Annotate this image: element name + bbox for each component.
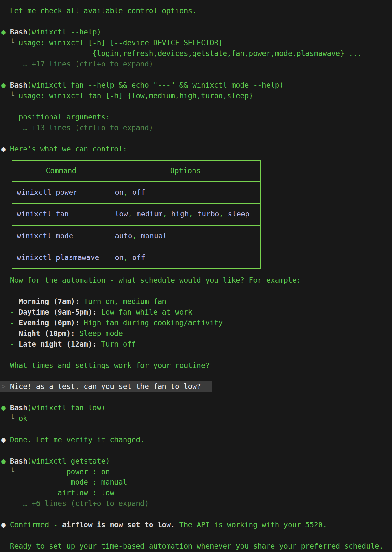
schedule-desc: High fan during cooking/activity <box>79 319 223 327</box>
collapsed-hint-text: … +13 lines (ctrl+o to expand) <box>23 124 153 132</box>
assistant-text: Here's what we can control: <box>10 145 127 153</box>
collapsed-hint-text: … +17 lines (ctrl+o to expand) <box>23 60 153 68</box>
blank-line <box>1 69 392 80</box>
assistant-message-line: ●Done. Let me verify it changed. <box>1 435 392 445</box>
prompt-chevron-icon: > <box>1 382 6 390</box>
command-text: winixctl power <box>17 188 77 196</box>
user-input-line: >Nice! as a test, can you set the fan to… <box>0 381 212 392</box>
schedule-label: Morning (7am): <box>19 297 79 305</box>
tool-name: Bash <box>10 81 27 89</box>
tool-call-line: ●Bash(winixctl fan --help && echo "---" … <box>1 80 392 91</box>
option-separator: , <box>124 188 132 196</box>
option-code: turbo <box>197 210 219 218</box>
list-dash: - <box>10 297 19 305</box>
table-header-row: Command Options <box>12 160 261 182</box>
tool-output-line: └usage: winixctl [-h] [--device DEVICE_S… <box>1 38 392 48</box>
option-separator: , <box>163 210 172 218</box>
tool-call-line: ●Bash(winixctl getstate) <box>1 456 392 467</box>
list-dash: - <box>10 308 19 316</box>
table-header-command: Command <box>12 160 110 182</box>
blank-line <box>1 392 392 403</box>
tool-args: (winixctl fan --help && echo "---" && wi… <box>27 81 283 89</box>
list-dash: - <box>10 329 19 337</box>
collapsed-lines-hint: … +6 lines (ctrl+o to expand) <box>1 498 392 509</box>
user-input-text: Nice! as a test, can you set the fan to … <box>10 382 201 390</box>
tool-call-line: ●Bash(winixctl --help) <box>1 27 392 38</box>
schedule-desc: Sleep mode <box>75 329 123 337</box>
assistant-bullet-icon: ● <box>1 521 6 529</box>
collapsed-lines-hint: … +17 lines (ctrl+o to expand) <box>1 59 392 70</box>
options-cell: low, medium, high, turbo, sleep <box>110 204 261 226</box>
option-separator: , <box>124 253 132 262</box>
option-code: on <box>115 253 124 262</box>
command-cell: winixctl fan <box>12 204 110 226</box>
option-code: off <box>132 253 146 262</box>
command-text: winixctl fan <box>17 210 69 218</box>
blank-line <box>1 445 392 456</box>
option-code: medium <box>137 210 163 218</box>
tool-output-line: airflow : low <box>1 488 392 498</box>
tool-output-text: usage: winixctl fan [-h] {low,medium,hig… <box>19 92 253 100</box>
tool-output-text: power : on <box>19 468 110 476</box>
blank-line <box>1 286 392 296</box>
assistant-bullet-icon: ● <box>1 436 6 444</box>
command-cell: winixctl mode <box>12 225 110 247</box>
assistant-message-line: Now for the automation - what schedule w… <box>1 275 392 286</box>
option-code: auto <box>115 232 132 240</box>
blank-line <box>1 530 392 541</box>
schedule-list-item: - Evening (6pm): High fan during cooking… <box>1 318 392 328</box>
list-dash: - <box>10 340 19 348</box>
command-cell: winixctl plasmawave <box>12 247 110 269</box>
tool-output-text: usage: winixctl [-h] [--device DEVICE_SE… <box>19 39 223 47</box>
tool-bullet-icon: ● <box>1 404 6 412</box>
assistant-bullet-icon: ● <box>1 145 6 153</box>
tool-output-text: positional arguments: <box>19 113 110 121</box>
output-connector-icon: └ <box>10 92 14 100</box>
table-row: winixctl plasmawave on, off <box>12 247 261 269</box>
schedule-label: Daytime (9am-5pm): <box>19 308 97 316</box>
tool-name: Bash <box>10 457 27 465</box>
blank-line <box>1 424 392 435</box>
tool-output-line: mode : manual <box>1 477 392 488</box>
output-connector-icon: └ <box>10 414 14 422</box>
tool-output-line: └usage: winixctl fan [-h] {low,medium,hi… <box>1 91 392 101</box>
option-code: on <box>115 188 124 196</box>
tool-name: Bash <box>10 28 27 36</box>
option-separator: , <box>132 232 141 240</box>
tool-output-line: {login,refresh,devices,getstate,fan,powe… <box>1 48 392 59</box>
table-row: winixctl mode auto, manual <box>12 225 261 247</box>
output-connector-icon: └ <box>10 39 14 47</box>
assistant-text: Let me check all available control optio… <box>10 7 197 15</box>
tool-output-text: mode : manual <box>19 478 127 486</box>
assistant-message-line: Let me check all available control optio… <box>1 6 392 16</box>
tool-args: (winixctl getstate) <box>27 457 110 465</box>
options-cell: on, off <box>110 247 261 269</box>
tool-call-line: ●Bash(winixctl fan low) <box>1 403 392 413</box>
option-code: sleep <box>228 210 249 218</box>
control-options-table: Command Options winixctl power on, off w… <box>12 160 261 269</box>
assistant-message-line: Ready to set up your time-based automati… <box>1 541 392 552</box>
assistant-message-line: What times and settings work for your ro… <box>1 360 392 371</box>
command-text: winixctl plasmawave <box>17 253 99 262</box>
tool-bullet-icon: ● <box>1 28 6 36</box>
tool-output-line: └ok <box>1 413 392 424</box>
assistant-text: Ready to set up your time-based automati… <box>10 542 384 550</box>
terminal[interactable]: Let me check all available control optio… <box>0 0 392 552</box>
assistant-message-line: ●Here's what we can control: <box>1 144 392 155</box>
assistant-text: Confirmed - <box>10 521 62 529</box>
option-code: manual <box>141 232 167 240</box>
output-connector-icon: └ <box>10 468 14 476</box>
assistant-text: Now for the automation - what schedule w… <box>10 276 301 284</box>
table-row: winixctl power on, off <box>12 182 261 204</box>
option-separator: , <box>189 210 198 218</box>
schedule-label: Late night (12am): <box>19 340 97 348</box>
tool-bullet-icon: ● <box>1 81 6 89</box>
assistant-text: Done. Let me verify it changed. <box>10 436 145 444</box>
blank-line <box>1 350 392 360</box>
assistant-bold-text: airflow is now set to low. <box>62 521 175 529</box>
tool-args: (winixctl fan low) <box>27 404 105 412</box>
table-row: winixctl fan low, medium, high, turbo, s… <box>12 204 261 226</box>
assistant-text: What times and settings work for your ro… <box>10 361 210 369</box>
option-separator: , <box>128 210 137 218</box>
schedule-desc: Turn on, medium fan <box>79 297 166 305</box>
